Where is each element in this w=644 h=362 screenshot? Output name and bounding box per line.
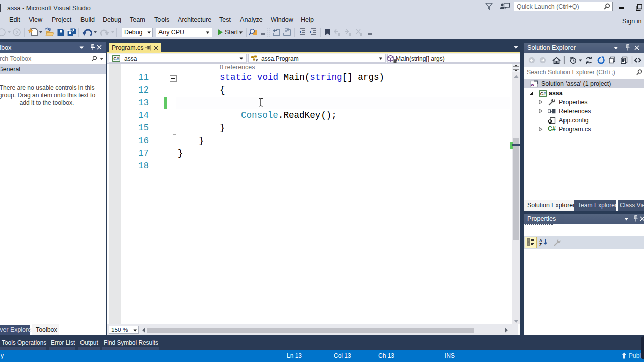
svg-text:C#: C# <box>113 56 119 61</box>
svg-text:Z: Z <box>539 242 542 247</box>
svg-text:C#: C# <box>540 91 546 96</box>
svg-text:∞: ∞ <box>531 82 534 87</box>
